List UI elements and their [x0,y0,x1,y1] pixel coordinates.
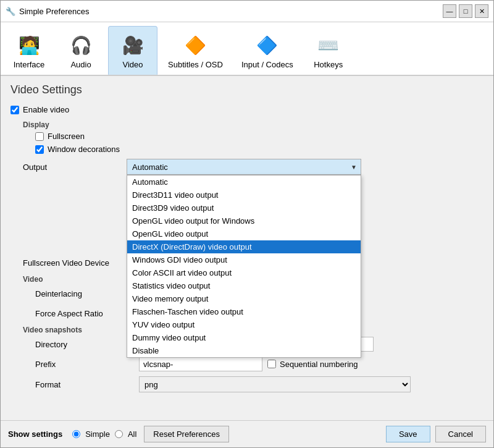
sequential-row: Sequential numbering [267,360,358,369]
save-button[interactable]: Save [386,426,430,442]
nav-label-video: Video [122,60,143,69]
nav-bar: 🧑‍💻 Interface 🎧 Audio 🎥 Video 🔶 Subtitle… [1,22,493,76]
interface-icon: 🧑‍💻 [14,30,44,60]
output-dropdown-trigger[interactable]: Automatic [127,159,361,175]
hotkeys-icon: ⌨️ [314,30,343,60]
display-section: Display Fullscreen Window decorations Ou… [23,120,484,392]
format-label: Format [35,380,134,389]
maximize-button[interactable]: □ [459,4,472,18]
show-settings-label: Show settings [8,429,62,439]
prefix-row: Prefix Sequential numbering [35,357,484,371]
fullscreen-checkbox[interactable] [35,132,44,141]
page-title: Video Settings [10,83,484,96]
dropdown-option-direct3d9[interactable]: Direct3D9 video output [127,201,361,214]
nav-item-hotkeys[interactable]: ⌨️ Hotkeys [304,26,353,75]
cancel-button[interactable]: Cancel [435,426,486,442]
title-bar-left: 🔧 Simple Preferences [6,7,89,16]
output-dropdown-container: Automatic Automatic Direct3D11 video out… [127,159,361,175]
nav-item-audio[interactable]: 🎧 Audio [56,26,106,75]
show-settings-radio-group: Simple All [72,429,136,439]
nav-label-hotkeys: Hotkeys [314,60,343,69]
prefix-label: Prefix [35,360,134,369]
nav-item-subtitles[interactable]: 🔶 Subtitles / OSD [160,26,231,75]
minimize-button[interactable]: — [443,4,456,18]
input-icon: 🔷 [253,30,282,60]
dropdown-option-ascii[interactable]: Color ASCII art video output [127,266,361,279]
close-button[interactable]: ✕ [475,4,488,18]
audio-icon: 🎧 [66,30,96,60]
nav-label-input: Input / Codecs [241,60,293,69]
output-dropdown-value: Automatic [132,163,168,172]
dropdown-option-directx[interactable]: DirectX (DirectDraw) video output [127,240,361,253]
content-area: Video Settings Enable video Display Full… [1,76,493,420]
window-decorations-label: Window decorations [48,145,120,154]
directory-label: Directory [35,340,134,349]
reset-preferences-button[interactable]: Reset Preferences [144,426,229,442]
fullscreen-row: Fullscreen [35,132,484,141]
enable-video-label: Enable video [23,105,69,114]
window-decorations-row: Window decorations [35,145,484,154]
nav-label-interface: Interface [14,60,45,69]
dropdown-option-opengl[interactable]: OpenGL video output [127,227,361,240]
fullscreen-device-label: Fullscreen Video Device [23,258,122,268]
title-bar: 🔧 Simple Preferences — □ ✕ [1,1,493,22]
all-radio[interactable] [115,430,123,438]
nav-item-video[interactable]: 🎥 Video [108,26,157,75]
enable-video-checkbox[interactable] [10,106,19,114]
footer-left: Show settings Simple All Reset Preferenc… [8,426,229,442]
dropdown-option-direct3d11[interactable]: Direct3D11 video output [127,188,361,201]
video-icon: 🎥 [118,30,148,60]
dropdown-option-dummy[interactable]: Dummy video output [127,331,361,344]
output-row: Output Automatic Automatic Direct3D11 vi… [23,159,484,175]
fullscreen-label: Fullscreen [48,132,85,141]
sequential-label: Sequential numbering [280,360,358,369]
window-controls: — □ ✕ [443,4,488,18]
footer: Show settings Simple All Reset Preferenc… [1,420,493,447]
nav-label-subtitles: Subtitles / OSD [168,60,223,69]
dropdown-option-automatic[interactable]: Automatic [127,175,361,188]
main-window: 🔧 Simple Preferences — □ ✕ 🧑‍💻 Interface… [0,0,494,448]
display-group-label: Display [23,120,484,129]
window-decorations-checkbox[interactable] [35,145,44,154]
simple-radio-label: Simple [85,429,110,439]
output-dropdown-list: Automatic Direct3D11 video output Direct… [127,175,361,358]
subtitles-icon: 🔶 [180,30,210,60]
prefix-input[interactable] [139,357,262,371]
nav-item-input[interactable]: 🔷 Input / Codecs [233,26,301,75]
app-icon: 🔧 [6,7,15,16]
all-radio-label: All [128,429,136,439]
format-row: Format png jpg tiff [35,376,484,392]
dropdown-option-statistics[interactable]: Statistics video output [127,279,361,292]
format-select[interactable]: png jpg tiff [139,376,411,392]
display-options: Fullscreen Window decorations [35,132,484,154]
dropdown-option-yuv[interactable]: YUV video output [127,318,361,331]
force-aspect-ratio-label: Force Aspect Ratio [35,309,134,318]
output-label: Output [23,163,122,172]
nav-item-interface[interactable]: 🧑‍💻 Interface [4,26,54,75]
deinterlacing-label: Deinterlacing [35,289,134,298]
dropdown-option-videomemory[interactable]: Video memory output [127,292,361,305]
nav-label-audio: Audio [70,60,91,69]
window-title: Simple Preferences [19,7,89,16]
dropdown-option-opengl-windows[interactable]: OpenGL video output for Windows [127,214,361,227]
dropdown-option-flaschen[interactable]: Flaschen-Taschen video output [127,305,361,318]
simple-radio[interactable] [72,430,80,438]
dropdown-option-wingdi[interactable]: Windows GDI video output [127,253,361,266]
enable-video-row: Enable video [10,105,484,114]
footer-right: Save Cancel [386,426,486,442]
dropdown-option-disable[interactable]: Disable [127,344,361,357]
sequential-checkbox[interactable] [267,360,276,368]
